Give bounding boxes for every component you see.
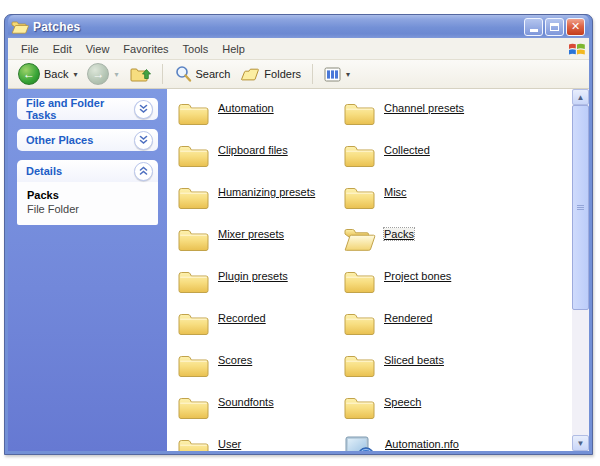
item-name[interactable]: Sliced beats: [384, 354, 444, 366]
item-name[interactable]: Plugin presets: [218, 270, 288, 282]
item-labels: Soundfonts: [218, 392, 274, 408]
panel-header[interactable]: Details: [17, 160, 158, 182]
item-name[interactable]: Channel presets: [384, 102, 464, 114]
forward-dropdown-icon: ▾: [114, 70, 118, 79]
item-name[interactable]: Scores: [218, 354, 252, 366]
views-dropdown-icon[interactable]: ▾: [346, 70, 350, 79]
window-title: Patches: [33, 20, 524, 34]
panel-header[interactable]: Other Places: [17, 129, 158, 151]
panel-header[interactable]: File and Folder Tasks: [17, 98, 158, 120]
item-name[interactable]: Project bones: [384, 270, 451, 282]
views-button[interactable]: ▾: [320, 65, 354, 84]
item-name[interactable]: Recorded: [218, 312, 266, 324]
menu-favorites[interactable]: Favorites: [116, 41, 175, 57]
scroll-down-icon[interactable]: ▼: [572, 435, 589, 451]
forward-button[interactable]: → ▾: [83, 61, 122, 87]
nfo-file-icon: i: [343, 434, 377, 451]
views-icon: [324, 67, 341, 82]
minimize-button[interactable]: [524, 18, 543, 36]
item-type: MSInfo Document: [385, 450, 473, 451]
vertical-scrollbar[interactable]: ▲ ▼: [572, 89, 589, 451]
search-button[interactable]: Search: [170, 63, 235, 85]
chevron-up-icon[interactable]: [134, 162, 153, 181]
folder-item[interactable]: Project bones: [343, 266, 509, 308]
open-folder-icon: [343, 224, 376, 254]
item-name[interactable]: Packs: [384, 228, 414, 240]
search-label: Search: [196, 68, 231, 80]
item-name[interactable]: Clipboard files: [218, 144, 288, 156]
folder-icon: [177, 98, 210, 128]
item-labels: Mixer presets: [218, 224, 284, 240]
file-list-area[interactable]: Automation Channel presets Clipboard fil…: [167, 89, 572, 451]
item-labels: Packs: [384, 224, 414, 240]
back-label: Back: [44, 68, 68, 80]
folders-label: Folders: [264, 68, 301, 80]
scrollbar-thumb[interactable]: [572, 105, 589, 310]
folder-grid: Automation Channel presets Clipboard fil…: [177, 98, 572, 451]
back-dropdown-icon[interactable]: ▾: [73, 70, 77, 79]
panel-file-folder-tasks: File and Folder Tasks: [17, 98, 158, 120]
folder-item[interactable]: Packs: [343, 224, 509, 266]
scrollbar-track[interactable]: [572, 105, 589, 435]
folder-item[interactable]: Clipboard files: [177, 140, 343, 182]
folder-item[interactable]: Rendered: [343, 308, 509, 350]
folders-icon: [240, 66, 260, 83]
folder-item[interactable]: Speech: [343, 392, 509, 434]
panel-title: Details: [26, 165, 62, 177]
menu-tools[interactable]: Tools: [176, 41, 216, 57]
item-name[interactable]: Soundfonts: [218, 396, 274, 408]
item-name[interactable]: Collected: [384, 144, 430, 156]
folder-item[interactable]: Collected: [343, 140, 509, 182]
folder-item[interactable]: Automation: [177, 98, 343, 140]
up-folder-icon: [129, 64, 151, 84]
menu-view[interactable]: View: [79, 41, 117, 57]
item-name[interactable]: Mixer presets: [218, 228, 284, 240]
explorer-window: Patches ✕ FileEditViewFavoritesToolsHelp…: [4, 14, 593, 455]
item-name[interactable]: Rendered: [384, 312, 432, 324]
up-button[interactable]: [125, 62, 155, 86]
folder-icon: [177, 182, 210, 212]
folder-item[interactable]: Channel presets: [343, 98, 509, 140]
chevron-down-icon[interactable]: [134, 131, 153, 150]
close-button[interactable]: ✕: [566, 18, 585, 36]
toolbar: ← Back ▾ → ▾ Search: [8, 60, 589, 89]
folders-button[interactable]: Folders: [236, 64, 305, 85]
folder-item[interactable]: User: [177, 434, 343, 451]
item-labels: Speech: [384, 392, 421, 408]
folder-icon: [177, 434, 210, 451]
maximize-button[interactable]: [545, 18, 564, 36]
folder-icon: [343, 140, 376, 170]
item-name[interactable]: Misc: [384, 186, 407, 198]
titlebar[interactable]: Patches ✕: [8, 15, 589, 38]
folder-icon: [177, 392, 210, 422]
item-name[interactable]: Speech: [384, 396, 421, 408]
item-labels: Automation: [218, 98, 274, 114]
menu-items: FileEditViewFavoritesToolsHelp: [14, 41, 252, 57]
item-name[interactable]: Automation.nfo: [385, 438, 473, 450]
folder-item[interactable]: Recorded: [177, 308, 343, 350]
folder-item[interactable]: Scores: [177, 350, 343, 392]
scroll-up-icon[interactable]: ▲: [572, 89, 589, 105]
folder-item[interactable]: Mixer presets: [177, 224, 343, 266]
forward-arrow-icon: →: [87, 63, 109, 85]
folder-item[interactable]: Soundfonts: [177, 392, 343, 434]
panel-details: Details Packs File Folder: [17, 160, 158, 225]
folder-item[interactable]: Humanizing presets: [177, 182, 343, 224]
menu-file[interactable]: File: [14, 41, 46, 57]
back-button[interactable]: ← Back ▾: [14, 61, 81, 87]
item-labels: Recorded: [218, 308, 266, 324]
item-name[interactable]: Humanizing presets: [218, 186, 315, 198]
item-name[interactable]: Automation: [218, 102, 274, 114]
folder-item[interactable]: Plugin presets: [177, 266, 343, 308]
panel-title: Other Places: [26, 134, 93, 146]
menu-edit[interactable]: Edit: [46, 41, 79, 57]
folder-item[interactable]: Sliced beats: [343, 350, 509, 392]
folder-icon: [343, 308, 376, 338]
item-name[interactable]: User: [218, 438, 241, 450]
folder-item[interactable]: Misc: [343, 182, 509, 224]
chevron-down-icon[interactable]: [134, 100, 153, 119]
file-item[interactable]: i Automation.nfoMSInfo Document1 KB: [343, 434, 509, 451]
menu-help[interactable]: Help: [215, 41, 252, 57]
item-labels: Collected: [384, 140, 430, 156]
folder-icon: [343, 182, 376, 212]
